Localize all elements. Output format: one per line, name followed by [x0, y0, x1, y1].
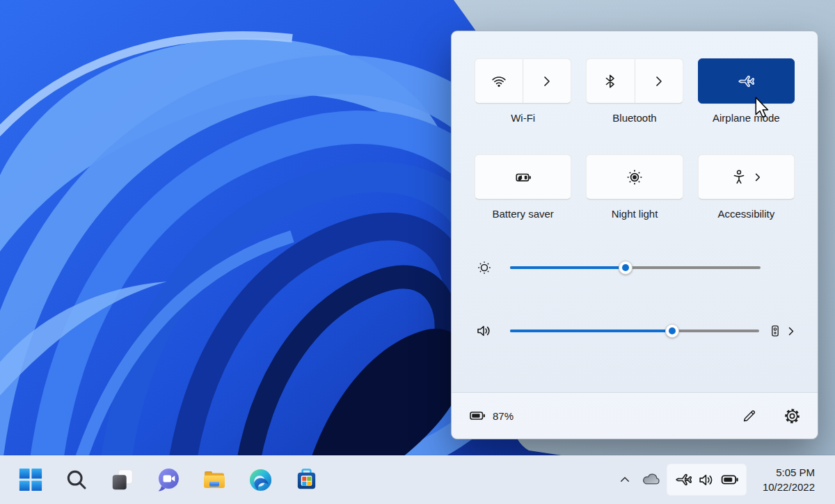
brightness-slider-thumb[interactable]	[619, 261, 633, 275]
quick-settings-footer: 87%	[452, 392, 818, 439]
task-view-button[interactable]	[109, 466, 136, 494]
battery-saver-tile[interactable]	[475, 154, 571, 200]
night-light-label: Night light	[586, 208, 683, 220]
wifi-icon	[491, 73, 507, 90]
edit-quick-settings-button[interactable]	[742, 408, 757, 423]
airplane-icon	[737, 72, 755, 90]
wifi-expand-button[interactable]	[523, 59, 571, 103]
chat-icon	[155, 466, 182, 493]
brightness-icon	[477, 260, 492, 275]
bluetooth-label: Bluetooth	[586, 112, 683, 124]
battery-tray-icon	[721, 471, 739, 489]
onedrive-cloud-icon	[639, 469, 662, 491]
tray-time: 5:05 PM	[763, 465, 815, 480]
wifi-tile	[475, 58, 571, 104]
windows-logo-icon	[18, 467, 43, 492]
quick-settings-tray-button[interactable]	[667, 464, 747, 496]
gear-icon	[784, 408, 800, 424]
volume-slider[interactable]	[510, 324, 759, 338]
brightness-slider-row	[475, 259, 795, 276]
battery-icon	[469, 407, 486, 424]
quick-settings-row-2	[475, 154, 795, 200]
microsoft-store-icon	[294, 467, 319, 493]
file-explorer-button[interactable]	[200, 466, 228, 494]
volume-tray-icon	[698, 471, 715, 489]
pencil-icon	[742, 408, 757, 423]
edge-button[interactable]	[246, 466, 274, 494]
battery-percent: 87%	[493, 410, 514, 422]
battery-saver-label: Battery saver	[475, 208, 571, 220]
taskbar: 5:05 PM 10/22/2022	[0, 455, 835, 504]
night-light-tile[interactable]	[586, 154, 683, 200]
volume-slider-row	[475, 323, 795, 339]
search-button[interactable]	[63, 466, 90, 494]
hidden-icons-button[interactable]	[615, 466, 635, 494]
accessibility-tile[interactable]	[698, 154, 795, 200]
tray-clock[interactable]: 5:05 PM 10/22/2022	[763, 465, 815, 494]
start-button[interactable]	[17, 466, 45, 494]
airplane-mode-tray-icon	[674, 471, 692, 489]
wifi-label: Wi-Fi	[475, 112, 571, 124]
chevron-right-icon	[543, 75, 551, 88]
tray-date: 10/22/2022	[763, 480, 815, 494]
volume-slider-thumb[interactable]	[665, 324, 679, 338]
accessibility-icon	[731, 169, 747, 186]
desktop: Wi-Fi Bluetooth Airplane mode	[0, 0, 835, 504]
task-view-icon	[110, 467, 135, 492]
microsoft-store-button[interactable]	[292, 466, 320, 494]
chevron-right-icon	[788, 326, 795, 336]
quick-settings-row-2-labels: Battery saver Night light Accessibility	[475, 208, 795, 220]
bluetooth-expand-button[interactable]	[635, 59, 683, 103]
onedrive-button[interactable]	[639, 466, 662, 494]
volume-slider-fill	[510, 330, 672, 332]
night-light-icon	[626, 168, 644, 186]
accessibility-label: Accessibility	[698, 208, 795, 220]
airplane-mode-tile[interactable]	[698, 58, 795, 104]
wifi-toggle-button[interactable]	[475, 59, 523, 103]
brightness-slider-fill	[510, 266, 626, 269]
settings-button[interactable]	[784, 408, 800, 424]
brightness-slider[interactable]	[510, 261, 761, 275]
bluetooth-tile	[586, 58, 683, 104]
airplane-mode-label: Airplane mode	[698, 112, 795, 124]
bluetooth-icon	[602, 73, 619, 90]
chat-button[interactable]	[154, 466, 182, 494]
chevron-right-icon	[655, 75, 663, 88]
taskbar-apps	[0, 466, 320, 494]
audio-output-selector[interactable]	[768, 323, 795, 339]
file-explorer-icon	[201, 466, 228, 493]
bluetooth-toggle-button[interactable]	[587, 59, 634, 103]
chevron-up-icon	[619, 473, 631, 486]
search-icon	[65, 469, 88, 491]
speaker-output-icon	[768, 323, 782, 339]
taskbar-tray: 5:05 PM 10/22/2022	[615, 464, 835, 496]
battery-saver-icon	[514, 168, 532, 186]
quick-settings-row-1-labels: Wi-Fi Bluetooth Airplane mode	[475, 112, 795, 124]
battery-status: 87%	[469, 407, 514, 424]
volume-icon	[476, 323, 493, 339]
footer-actions	[742, 408, 800, 424]
quick-settings-row-1	[475, 58, 795, 104]
edge-icon	[248, 467, 273, 493]
chevron-right-icon	[754, 172, 761, 182]
quick-settings-panel: Wi-Fi Bluetooth Airplane mode	[451, 31, 818, 439]
